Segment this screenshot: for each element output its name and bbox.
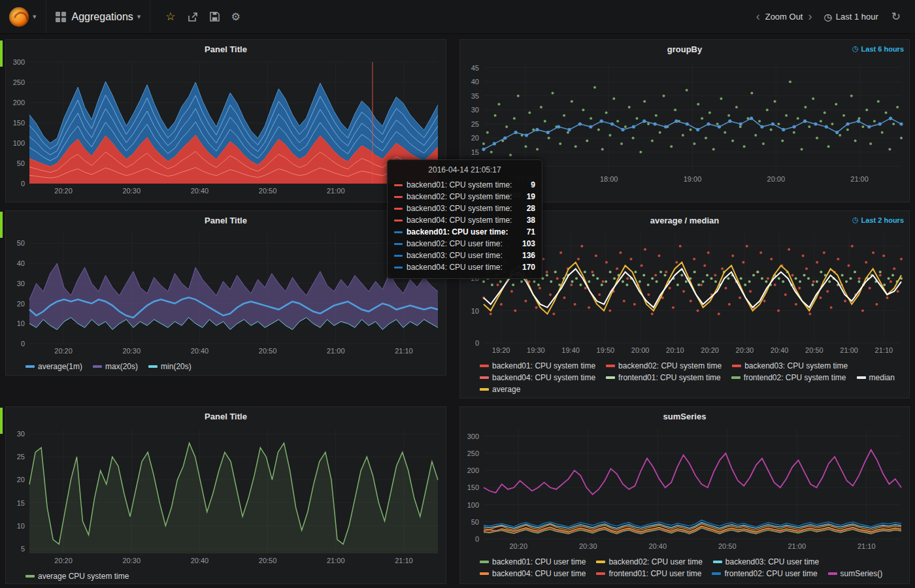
svg-text:15: 15 — [17, 499, 25, 507]
svg-text:21:00: 21:00 — [850, 175, 869, 183]
svg-text:20: 20 — [17, 476, 25, 483]
save-button[interactable] — [204, 12, 225, 22]
share-button[interactable] — [182, 12, 204, 22]
legend-label: backend02: CPU user time — [608, 556, 702, 568]
legend-item[interactable]: backend01: CPU system time — [480, 360, 595, 372]
svg-text:25: 25 — [17, 453, 25, 461]
legend-item[interactable]: backend04: CPU system time — [480, 372, 595, 384]
svg-text:20:20: 20:20 — [54, 347, 73, 355]
panel-title[interactable]: sumSeries — [460, 407, 909, 421]
svg-text:250: 250 — [467, 449, 479, 457]
star-button[interactable]: ☆ — [159, 10, 181, 24]
series-color-dash — [394, 267, 403, 269]
svg-text:20: 20 — [17, 300, 25, 308]
legend-label: backend01: CPU system time — [492, 360, 595, 372]
row-toggle-bar[interactable] — [0, 41, 3, 67]
legend-item[interactable]: min(20s) — [148, 361, 191, 372]
legend-color-swatch — [828, 572, 837, 575]
panel-time-override[interactable]: ◷ Last 6 hours — [852, 44, 904, 53]
legend-item[interactable]: median — [857, 372, 895, 384]
legend-item[interactable]: frontend02: CPU system time — [731, 372, 846, 384]
svg-text:150: 150 — [13, 119, 25, 127]
row-toggle-bar[interactable] — [0, 408, 3, 434]
chevron-left-icon[interactable]: ‹ — [751, 10, 765, 24]
chart-average-cpu[interactable]: 20:2020:3020:4020:5021:0021:105101520253… — [6, 424, 446, 569]
legend-item[interactable]: average(1m) — [25, 361, 82, 372]
svg-text:20:40: 20:40 — [191, 347, 209, 355]
graph-tooltip: 2016-04-14 21:05:17 backend01: CPU syste… — [387, 159, 542, 279]
legend-item[interactable]: backend02: CPU system time — [606, 360, 722, 372]
clock-icon: ◷ — [852, 44, 859, 53]
series-color-dash — [394, 208, 403, 210]
legend-item[interactable]: backend03: CPU system time — [732, 360, 848, 372]
settings-button[interactable]: ⚙ — [225, 10, 246, 23]
legend-item[interactable]: frontend01: CPU system time — [606, 372, 721, 384]
legend-item[interactable]: backend04: CPU user time — [480, 568, 586, 580]
panel-title[interactable]: Panel Title — [6, 407, 446, 421]
svg-text:0: 0 — [21, 180, 25, 188]
legend-label: frontend02: CPU user time — [724, 568, 817, 580]
dashboard-picker[interactable]: Aggregations ▾ — [46, 0, 151, 33]
panel-title[interactable]: groupBy — [460, 40, 909, 54]
legend-item[interactable]: max(20s) — [93, 361, 138, 372]
svg-text:20:20: 20:20 — [509, 542, 527, 550]
legend-color-swatch — [712, 572, 721, 575]
series-color-dash — [394, 196, 403, 198]
legend-item[interactable]: backend02: CPU user time — [596, 556, 702, 568]
time-override-label: Last 6 hours — [861, 45, 904, 53]
svg-text:20:10: 20:10 — [666, 346, 684, 354]
svg-text:21:10: 21:10 — [857, 542, 876, 550]
save-icon — [210, 12, 220, 22]
svg-text:45: 45 — [471, 64, 479, 72]
svg-text:250: 250 — [13, 78, 25, 86]
time-range-label: Last 1 hour — [836, 12, 878, 22]
chart-sumseries[interactable]: 20:2020:3020:4020:5021:0021:100501001502… — [460, 424, 909, 555]
svg-text:5: 5 — [21, 545, 25, 553]
tooltip-series-value: 136 — [522, 250, 535, 261]
tooltip-series-value: 103 — [522, 238, 535, 250]
clock-icon: ◷ — [824, 12, 831, 22]
zoom-out-button[interactable]: Zoom Out — [765, 12, 803, 22]
chevron-right-icon[interactable]: › — [803, 10, 817, 24]
legend-item[interactable]: average CPU system time — [25, 570, 129, 582]
svg-text:200: 200 — [13, 99, 25, 106]
dashboard-grid: Panel Title 20:2020:3020:4020:5021:0021:… — [0, 34, 915, 588]
chart-avg-max-min[interactable]: 20:2020:3020:4020:5021:0021:100102030405… — [6, 228, 446, 359]
legend-item[interactable]: average — [480, 384, 520, 395]
legend-color-swatch — [480, 561, 489, 563]
panel-title[interactable]: Panel Title — [6, 211, 446, 225]
legend-item[interactable]: backend01: CPU user time — [480, 556, 586, 568]
panel-title[interactable]: Panel Title — [6, 40, 446, 54]
svg-text:20:00: 20:00 — [631, 346, 650, 354]
svg-text:20:50: 20:50 — [259, 187, 277, 195]
time-range-picker[interactable]: ◷ Last 1 hour — [824, 12, 878, 22]
legend-item[interactable]: backend03: CPU user time — [713, 556, 819, 568]
legend-item[interactable]: frontend02: CPU user time — [712, 568, 817, 580]
legend-item[interactable]: frontend01: CPU user time — [596, 568, 701, 580]
legend-color-swatch — [25, 575, 35, 578]
tooltip-row: backend02: CPU system time:19 — [394, 191, 535, 203]
legend-label: average(1m) — [38, 361, 82, 372]
panel-time-override[interactable]: ◷ Last 2 hours — [852, 216, 904, 224]
tooltip-series-label: backend04: CPU system time: — [407, 214, 522, 226]
grafana-logo[interactable]: ▾ — [0, 0, 46, 33]
svg-text:50: 50 — [471, 518, 479, 526]
svg-text:10: 10 — [17, 319, 25, 327]
tooltip-series-label: backend01: CPU user time: — [407, 226, 522, 238]
refresh-button[interactable]: ↻ — [885, 10, 907, 24]
series-color-dash — [394, 220, 403, 221]
row-toggle-bar[interactable] — [0, 212, 3, 238]
svg-text:25: 25 — [471, 120, 479, 128]
svg-text:20:30: 20:30 — [122, 347, 141, 355]
panel-avg-max-min: Panel Title 20:2020:3020:4020:5021:0021:… — [5, 210, 446, 376]
svg-text:20:40: 20:40 — [771, 346, 789, 354]
chart-cpu-stacked[interactable]: 20:2020:3020:4020:5021:0021:100501001502… — [6, 57, 446, 199]
legend-item[interactable]: sumSeries() — [828, 568, 883, 580]
legend-label: backend03: CPU system time — [744, 360, 848, 372]
svg-text:150: 150 — [467, 483, 479, 491]
dashboard-actions: ☆ ⚙ — [150, 0, 256, 33]
tooltip-row: backend03: CPU system time:28 — [394, 203, 535, 214]
legend-color-swatch — [857, 376, 866, 379]
tooltip-row: backend04: CPU user time:170 — [394, 261, 535, 273]
legend-color-swatch — [480, 572, 489, 575]
